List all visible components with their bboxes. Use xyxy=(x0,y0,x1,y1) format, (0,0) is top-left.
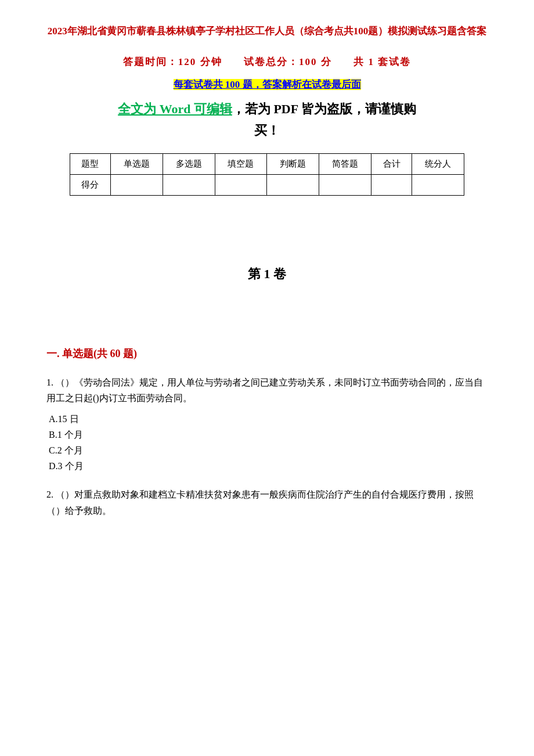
highlight-text: 每套试卷共 100 题，答案解析在试卷最后面 xyxy=(46,78,488,91)
table-header-judge: 判断题 xyxy=(267,154,319,175)
question-2-text: 2. （）对重点救助对象和建档立卡精准扶贫对象患有一般疾病而住院治疗产生的自付合… xyxy=(46,487,488,518)
question-2: 2. （）对重点救助对象和建档立卡精准扶贫对象患有一般疾病而住院治疗产生的自付合… xyxy=(46,487,488,518)
table-header-type: 题型 xyxy=(70,154,111,175)
score-table: 题型 单选题 多选题 填空题 判断题 简答题 合计 统分人 得分 xyxy=(70,153,464,196)
question-1-option-c: C.2 个月 xyxy=(49,442,488,458)
spacer xyxy=(46,207,488,265)
section-title: 一. 单选题(共 60 题) xyxy=(46,347,488,361)
warning-green: 全文为 Word 可编辑 xyxy=(118,102,232,116)
exam-info: 答题时间：120 分钟 试卷总分：100 分 共 1 套试卷 xyxy=(46,55,488,69)
page-title: 2023年湖北省黄冈市蕲春县株林镇亭子学村社区工作人员（综合考点共100题）模拟… xyxy=(46,23,488,39)
table-cell-multi xyxy=(163,175,215,196)
table-header-short: 简答题 xyxy=(319,154,371,175)
table-header-single: 单选题 xyxy=(110,154,163,175)
table-cell-judge xyxy=(267,175,319,196)
question-1-option-b: B.1 个月 xyxy=(49,427,488,442)
table-cell-fill xyxy=(215,175,267,196)
table-cell-single xyxy=(110,175,163,196)
table-cell-scorer xyxy=(412,175,464,196)
warning-black: ，若为 PDF 皆为盗版，请谨慎购 xyxy=(232,102,416,116)
warning-line1: 全文为 Word 可编辑，若为 PDF 皆为盗版，请谨慎购 xyxy=(46,99,488,118)
section-spacer xyxy=(46,318,488,347)
warning-line2: 买！ xyxy=(46,122,488,139)
table-header-fill: 填空题 xyxy=(215,154,267,175)
table-cell-short xyxy=(319,175,371,196)
question-1-option-a: A.15 日 xyxy=(49,411,488,427)
question-1: 1. （）《劳动合同法》规定，用人单位与劳动者之间已建立劳动关系，未同时订立书面… xyxy=(46,375,488,474)
question-1-text: 1. （）《劳动合同法》规定，用人单位与劳动者之间已建立劳动关系，未同时订立书面… xyxy=(46,375,488,406)
table-header-multi: 多选题 xyxy=(163,154,215,175)
table-header-total: 合计 xyxy=(371,154,412,175)
table-cell-label: 得分 xyxy=(70,175,111,196)
volume-title: 第 1 卷 xyxy=(46,265,488,283)
table-cell-total xyxy=(371,175,412,196)
question-1-option-d: D.3 个月 xyxy=(49,458,488,474)
table-header-scorer: 统分人 xyxy=(412,154,464,175)
